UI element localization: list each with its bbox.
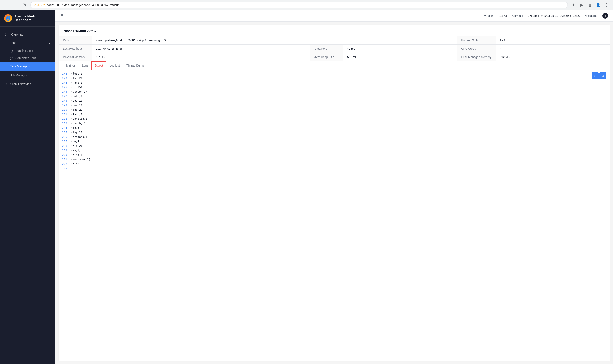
tab-log-list[interactable]: Log List xyxy=(106,61,123,70)
line-content: (name,1) xyxy=(70,81,85,85)
profile-button[interactable]: 👤 xyxy=(595,2,601,8)
line-number: 283 xyxy=(59,121,70,125)
line-number: 289 xyxy=(59,148,70,152)
tabs-bar: Metrics Logs Stdout Log List Thread Dump xyxy=(59,61,610,70)
table-row-heartbeat: Last Heartbeat 2024-04-02 18:45:58 Data … xyxy=(59,45,610,53)
line-number: 280 xyxy=(59,108,70,112)
code-line: 281(fair,1) xyxy=(59,112,610,117)
code-line: 274(name,1) xyxy=(59,81,610,85)
code-line: 287(be,4) xyxy=(59,139,610,144)
code-line: 283(nymph,1) xyxy=(59,121,610,126)
sidebar-item-running-jobs[interactable]: ◯ Running Jobs xyxy=(0,47,55,54)
browser-chrome: ← → ↻ ⚠ 不安全 node1:8081/#/task-manager/no… xyxy=(0,0,613,10)
line-content: (d,4) xyxy=(70,162,80,166)
code-line: 275(of,15) xyxy=(59,85,610,90)
flink-managed-memory-label: Flink Managed Memory xyxy=(457,53,496,61)
running-jobs-icon: ◯ xyxy=(10,49,13,52)
line-number: 273 xyxy=(59,76,70,80)
line-content: (now,1) xyxy=(70,103,83,107)
info-table: Path akka.tcp://flink@node1:46088/user/r… xyxy=(59,36,610,61)
sidebar-logo: 🌀 Apache Flink Dashboard xyxy=(0,10,55,27)
message-badge: 0 xyxy=(602,13,608,19)
line-number: 290 xyxy=(59,153,70,157)
line-number: 282 xyxy=(59,117,70,121)
sidebar-jobs-label: Jobs xyxy=(10,41,16,45)
code-line: 278(you,1) xyxy=(59,99,610,103)
sidebar-running-jobs-label: Running Jobs xyxy=(15,49,33,52)
page-title: node1:46088-33f671 xyxy=(59,25,610,36)
data-port-value: 42860 xyxy=(343,45,457,53)
jobs-icon: ☰ xyxy=(5,41,8,45)
line-content: (be,4) xyxy=(70,139,81,143)
code-line: 279(now,1) xyxy=(59,103,610,108)
stdout-area[interactable]: ↻ ⇩ 272(lose,1)273(the,21)274(name,1)275… xyxy=(59,70,610,361)
tab-metrics[interactable]: Metrics xyxy=(63,61,79,70)
chevron-up-icon: ▲ xyxy=(48,41,51,44)
security-warning: ⚠ 不安全 xyxy=(34,3,45,7)
reload-button[interactable]: ↻ xyxy=(21,2,28,8)
line-number: 276 xyxy=(59,90,70,94)
menu-toggle-icon[interactable]: ☰ xyxy=(60,13,64,18)
last-heartbeat-label: Last Heartbeat xyxy=(59,45,92,53)
code-line: 292(d,4) xyxy=(59,162,610,167)
code-line: 280(the,22) xyxy=(59,108,610,112)
line-number: 274 xyxy=(59,81,70,85)
sidebar-jobs-children: ◯ Running Jobs ◯ Completed Jobs xyxy=(0,47,55,62)
line-content: (remember,1) xyxy=(70,157,91,161)
sidebar-completed-jobs-label: Completed Jobs xyxy=(15,56,36,60)
line-content: (sins,1) xyxy=(70,153,85,157)
sidebar-job-manager-label: Job Manager xyxy=(10,74,27,77)
code-line: 288(all,2) xyxy=(59,144,610,148)
sidebar-item-overview[interactable]: ◯ Overview xyxy=(0,30,55,39)
job-manager-icon: ☷ xyxy=(5,73,8,77)
forward-button[interactable]: → xyxy=(12,2,19,8)
line-number: 291 xyxy=(59,157,70,161)
line-number: 272 xyxy=(59,72,70,76)
line-content: (action,1) xyxy=(70,90,88,94)
download-button[interactable]: ⇩ xyxy=(600,72,606,79)
physical-memory-label: Physical Memory xyxy=(59,53,92,61)
code-line: 291(remember,1) xyxy=(59,157,610,162)
physical-memory-value: 1.78 GB xyxy=(92,53,310,61)
cast-button[interactable]: ▶ xyxy=(578,2,585,8)
line-number: 287 xyxy=(59,139,70,143)
tab-logs[interactable]: Logs xyxy=(79,61,91,70)
line-number: 286 xyxy=(59,135,70,139)
cpu-cores-value: 4 xyxy=(496,45,610,53)
extensions-button[interactable]: ▯ xyxy=(587,2,593,8)
bookmark-button[interactable]: ★ xyxy=(570,2,577,8)
sidebar-section-jobs[interactable]: ☰ Jobs ▲ xyxy=(0,39,55,47)
code-line: 285(thy,1) xyxy=(59,130,610,135)
jvm-heap-size-value: 512 MB xyxy=(343,53,457,61)
sidebar-item-task-managers[interactable]: ☷ Task Managers xyxy=(0,62,55,71)
version-value: 1.17.1 xyxy=(499,14,508,17)
sidebar-item-submit-new-job[interactable]: ⇩ Submit New Job xyxy=(0,79,55,88)
code-line: 289(my,1) xyxy=(59,148,610,153)
tab-stdout[interactable]: Stdout xyxy=(91,61,106,70)
code-line: 273(the,21) xyxy=(59,76,610,81)
logo-icon: 🌀 xyxy=(4,14,12,22)
line-content: (you,1) xyxy=(70,99,83,103)
version-label: Version: xyxy=(484,14,495,17)
line-content: (soft,1) xyxy=(70,94,85,98)
menu-button[interactable]: ⋮ xyxy=(603,2,610,8)
sidebar-nav: ◯ Overview ☰ Jobs ▲ ◯ Running Jobs ◯ Com… xyxy=(0,27,55,364)
line-number: 281 xyxy=(59,112,70,116)
refresh-button[interactable]: ↻ xyxy=(592,72,599,79)
sidebar-item-completed-jobs[interactable]: ◯ Completed Jobs xyxy=(0,54,55,62)
sidebar-item-job-manager[interactable]: ☷ Job Manager xyxy=(0,71,55,79)
tab-thread-dump[interactable]: Thread Dump xyxy=(123,61,147,70)
code-line: 276(action,1) xyxy=(59,90,610,94)
address-bar[interactable]: ⚠ 不安全 node1:8081/#/task-manager/node1:46… xyxy=(30,2,568,8)
back-button[interactable]: ← xyxy=(3,2,10,8)
code-line: 284(in,3) xyxy=(59,126,610,130)
code-line: 286(orisons,1) xyxy=(59,135,610,139)
sidebar-submit-job-label: Submit New Job xyxy=(10,82,31,86)
commit-value: 2750d5c @ 2023-05-19T10:45:46+02:00 xyxy=(528,14,580,17)
content-area: node1:46088-33f671 Path akka.tcp://flink… xyxy=(59,25,610,361)
table-row-path: Path akka.tcp://flink@node1:46088/user/r… xyxy=(59,36,610,45)
line-content: (ophelia,1) xyxy=(70,117,90,121)
line-number: 292 xyxy=(59,162,70,166)
code-line: 290(sins,1) xyxy=(59,153,610,157)
line-content: (fair,1) xyxy=(70,112,85,116)
